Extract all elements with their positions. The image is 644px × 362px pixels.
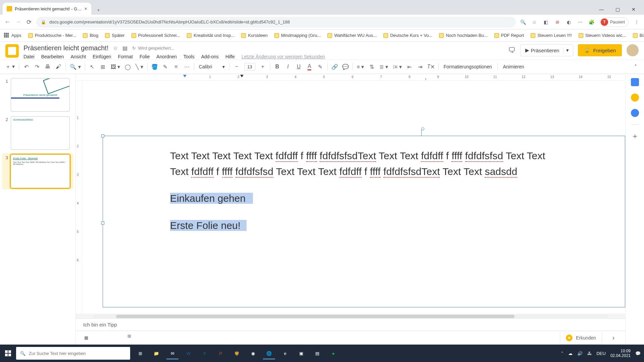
bookmark[interactable]: Kreativität und Insp... [187,33,234,38]
calendar-icon[interactable] [631,78,639,86]
extension-icon[interactable]: ⊘ [554,19,561,25]
excel-icon[interactable]: X [197,346,212,361]
numbered-list-button[interactable]: ≣ ▾ [377,62,390,72]
bold-button[interactable]: B [272,62,282,72]
slide-thumbnail-1[interactable]: Präsentieren leicht gemacht! [11,78,70,112]
bookmark[interactable]: Blog [83,33,98,38]
redo-button[interactable]: ↷ [32,62,42,72]
extension-icon[interactable]: ⋯ [577,19,584,25]
underline-button[interactable]: U [294,62,304,72]
link-button[interactable]: 🔗 [330,62,340,72]
volume-icon[interactable]: 🔊 [577,351,583,356]
print-button[interactable]: 🖶 [43,62,53,72]
chrome-icon[interactable]: 🌐 [262,346,276,361]
zoom-icon[interactable]: 🔍 [520,19,527,25]
clear-formatting-button[interactable]: T✕ [426,62,436,72]
present-dropdown[interactable]: ▾ [563,47,572,53]
word-icon[interactable]: W [181,346,196,361]
bookmark[interactable]: Noch hochladen Bu... [439,33,487,38]
close-window-button[interactable]: ✕ [626,4,641,15]
shape-tool[interactable]: ◯ [123,62,133,72]
extension-icon[interactable]: ◧ [543,19,549,25]
last-edit-link[interactable]: Letzte Änderung vor wenigen Sekunden [241,54,325,59]
filmstrip[interactable]: 1 Präsentieren leicht gemacht! 2 SCHWUNG… [0,74,76,345]
paragraph[interactable]: Erste Folie neu! [170,218,558,234]
new-slide-button[interactable]: ＋ ▾ [3,62,17,72]
onedrive-icon[interactable]: ☁ [568,351,573,356]
reload-button[interactable]: ⟳ [25,19,32,25]
border-color-button[interactable]: ✎ [160,62,170,72]
bookmark[interactable]: Später [105,33,124,38]
network-icon[interactable]: 🖧 [587,351,592,356]
browser-tab[interactable]: Präsentieren leicht gemacht! - G… × [3,3,91,15]
border-weight-button[interactable]: ≡ [171,62,181,72]
paint-format-button[interactable]: 🖌 [53,62,63,72]
fill-color-button[interactable]: 🪣 [150,62,160,72]
bookmark[interactable]: Produktsuche - Mer... [28,33,76,38]
task-view-icon[interactable]: ⊞ [133,346,148,361]
mail-icon[interactable]: ✉ [165,346,180,361]
url-input[interactable]: 🔒 docs.google.com/presentation/d/1yV372S… [36,17,516,27]
image-tool[interactable]: 🖼 ▾ [109,62,122,72]
language-indicator[interactable]: DEU [596,351,605,356]
add-addon-button[interactable]: ＋ [631,132,639,140]
menu-einfuegen[interactable]: Einfügen [93,54,111,59]
notifications-icon[interactable]: 💬 [635,351,641,356]
next-panel-button[interactable]: › [608,332,619,344]
comments-icon[interactable]: 🗨 [508,46,516,55]
explore-button[interactable]: ✦ Erkunden [560,331,602,344]
taskbar-search[interactable]: 🔍 Zur Suche Text hier eingeben [16,347,130,360]
slides-logo-icon[interactable] [5,44,19,58]
highlight-button[interactable]: ✎ [315,62,325,72]
bulleted-list-button[interactable]: ⁝≡ ▾ [391,62,404,72]
menu-folie[interactable]: Folie [140,54,150,59]
menu-ansicht[interactable]: Ansicht [70,54,86,59]
star-icon[interactable]: ☆ [531,19,538,25]
app-icon[interactable]: ▣ [294,346,309,361]
bookmark[interactable]: Steuern Videos wic... [579,33,626,38]
explorer-icon[interactable]: 📁 [149,346,164,361]
increase-indent-button[interactable]: ⇥ [415,62,425,72]
indent-marker[interactable] [240,75,244,77]
horizontal-scrollbar[interactable] [76,314,625,318]
resize-handle[interactable] [101,134,104,137]
extension-icon[interactable]: ◐ [566,19,572,25]
align-button[interactable]: ≡ ▾ [355,62,366,72]
bookmark[interactable]: Steuern Lesen !!!! [531,33,572,38]
bookmark[interactable]: Deutsche Kurs + Vo... [383,33,432,38]
powerpoint-icon[interactable]: P [213,346,228,361]
back-button[interactable]: ← [4,19,11,25]
bookmark[interactable]: Professionell Schrei... [131,33,180,38]
format-options-button[interactable]: Formatierungsoptionen [440,64,495,69]
italic-button[interactable]: I [283,62,293,72]
menu-bearbeiten[interactable]: Bearbeiten [41,54,64,59]
app-icon[interactable]: ▤ [310,346,325,361]
account-avatar[interactable] [627,44,639,56]
font-increase-button[interactable]: + [258,62,268,72]
undo-button[interactable]: ↶ [21,62,31,72]
forward-button[interactable]: → [15,19,21,25]
bookmark[interactable]: Wahlfächer WU Aus... [327,33,377,38]
slide-thumbnail-2[interactable]: SCHWUNGERING [11,116,70,150]
share-button[interactable]: 🔒 Freigeben [578,44,622,56]
profile-button[interactable]: T Pausiert [600,17,629,27]
speaker-notes[interactable]: Ich bin ein Tipp [76,318,625,330]
menu-tools[interactable]: Tools [183,54,195,59]
horizontal-ruler[interactable]: 1 2 3 4 5 6 7 8 9 10 11 12 13 14 15 [76,74,625,81]
slide-canvas[interactable]: Text Text Text Text Text fdfdff f ffff f… [83,81,625,314]
star-icon[interactable]: ☆ [113,45,118,51]
vertical-ruler[interactable]: 1 2 3 4 5 6 [76,81,83,314]
new-tab-button[interactable]: ＋ [94,5,103,15]
line-tool[interactable]: ╲ ▾ [133,62,145,72]
bookmark[interactable]: Mindmapping (Gru... [274,33,321,38]
text-box[interactable]: Text Text Text Text Text fdfdff f ffff f… [103,136,625,307]
paragraph[interactable]: Text Text Text Text Text fdfdff f ffff f… [170,148,558,179]
close-tab-icon[interactable]: × [84,6,87,11]
paragraph[interactable]: Einkaufen gehen [170,191,558,206]
menu-datei[interactable]: Datei [23,54,35,59]
menu-addons[interactable]: Add-ons [201,54,219,59]
menu-anordnen[interactable]: Anordnen [156,54,177,59]
tray-chevron-icon[interactable]: ˄ [561,351,564,356]
spotify-icon[interactable]: ● [326,346,341,361]
menu-format[interactable]: Format [118,54,133,59]
